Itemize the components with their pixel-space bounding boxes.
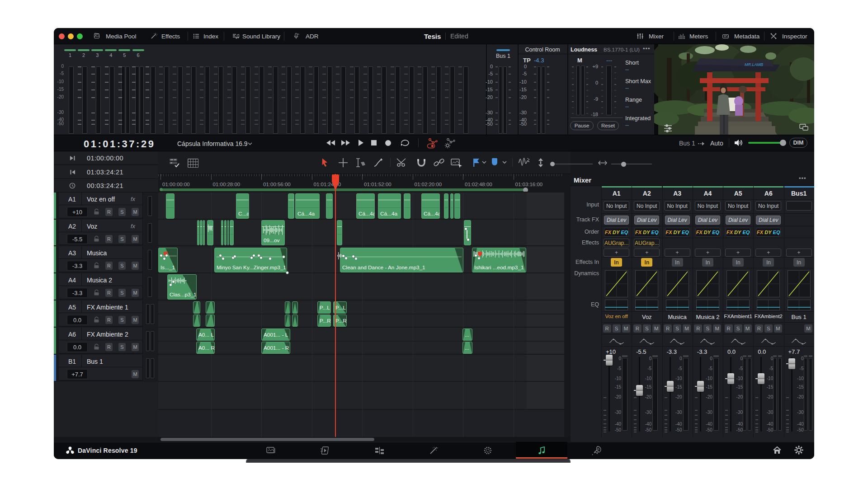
- svg-text:MR.LAMB: MR.LAMB: [745, 62, 763, 67]
